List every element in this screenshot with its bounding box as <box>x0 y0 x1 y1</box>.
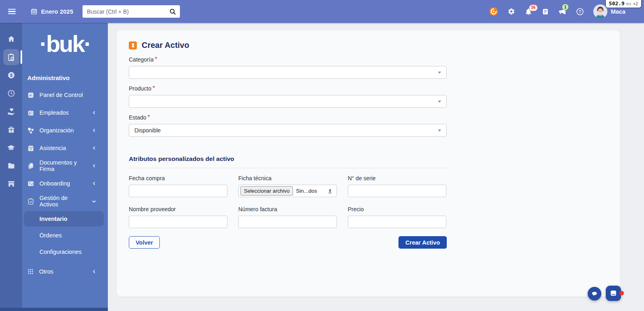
field-fecha-compra: Fecha compra <box>129 175 227 197</box>
profiler-time: 502.9 <box>609 0 625 6</box>
field-categoria: Categoría* <box>129 56 447 79</box>
notifications-count-badge: 36 <box>529 4 538 11</box>
messenger-notification-dot <box>619 291 624 295</box>
asset-form: Categoría* Producto* Estado* <box>129 56 447 249</box>
back-button[interactable]: Volver <box>129 236 160 249</box>
profiler-unit: ms <box>626 1 632 6</box>
field-numero-factura: Número factura <box>238 206 337 228</box>
sidebar-subitem-label: Órdenes <box>39 232 62 239</box>
required-marker: * <box>153 85 155 92</box>
sidebar-item-label: Onboarding <box>39 180 87 187</box>
topbar-actions: 36 1 ? Maca <box>489 4 625 19</box>
field-label: Ficha técnica <box>238 175 271 181</box>
producto-select[interactable] <box>129 95 447 108</box>
dollar-icon[interactable]: $ <box>3 67 19 83</box>
field-nombre-proveedor: Nombre proveedor <box>129 206 227 228</box>
field-label: Precio <box>348 206 364 212</box>
file-status-text: Sin...dos <box>296 188 317 194</box>
sidebar-item-label: Organización <box>39 127 87 134</box>
field-label: N° de serie <box>348 175 376 181</box>
form-actions: Volver Crear Activo <box>129 236 447 249</box>
svg-text:?: ? <box>579 9 581 14</box>
select-value: Disponible <box>134 127 161 134</box>
field-label: Producto <box>129 85 151 92</box>
chevron-left-icon <box>92 128 97 133</box>
announcements-count-badge: 1 <box>562 4 569 10</box>
sidebar-item-label: Asistencia <box>39 145 87 151</box>
sidebar-item-gestion-de-activos[interactable]: Gestión de Activos <box>22 192 108 210</box>
messenger-button[interactable] <box>606 286 621 301</box>
sidebar-nav: Panel de Control Empleados Organización <box>22 86 108 280</box>
field-producto: Producto* <box>129 85 447 108</box>
categoria-select[interactable] <box>129 66 447 79</box>
sidebar-item-panel-de-control[interactable]: Panel de Control <box>22 86 108 104</box>
divider <box>129 168 447 168</box>
search-input[interactable] <box>87 8 169 15</box>
sidebar-item-label: Gestión de Activos <box>39 195 86 208</box>
field-label: Número factura <box>238 206 277 212</box>
sidebar-item-empleados[interactable]: Empleados <box>22 104 108 122</box>
home-icon[interactable] <box>3 31 19 47</box>
numero-serie-input[interactable] <box>348 185 446 197</box>
sidebar-item-onboarding[interactable]: Onboarding <box>22 175 108 192</box>
sidebar-item-otros[interactable]: Otros <box>22 263 108 280</box>
sidebar-subitem-label: Inventario <box>39 216 67 222</box>
custom-attributes-title: Atributos personalizados del activo <box>129 155 447 163</box>
field-precio: Precio <box>348 206 446 228</box>
sidebar-subitem-label: Configuraciones <box>39 249 82 255</box>
estado-select[interactable]: Disponible <box>129 124 447 137</box>
profiler-badge[interactable]: 502.9 ms ×2 <box>605 0 642 8</box>
gear-icon[interactable] <box>508 8 515 15</box>
changelog-icon[interactable] <box>542 8 549 15</box>
sidebar-item-organizacion[interactable]: Organización <box>22 122 108 139</box>
onboarding-icon <box>27 180 34 187</box>
notifications-bell-icon[interactable]: 36 <box>524 8 533 16</box>
upload-icon[interactable] <box>327 188 333 194</box>
sidebar-item-label: Panel de Control <box>39 92 97 98</box>
storefront-icon[interactable] <box>3 176 19 192</box>
sidebar-subitem-configuraciones[interactable]: Configuraciones <box>24 244 104 260</box>
sidebar-item-label: Empleados <box>39 109 87 116</box>
choose-file-button[interactable]: Seleccionar archivo <box>240 186 293 196</box>
period-selector[interactable]: Enero 2025 <box>31 8 73 15</box>
chevron-left-icon <box>92 163 97 168</box>
global-search <box>83 5 180 18</box>
precio-input[interactable] <box>348 216 446 228</box>
numero-factura-input[interactable] <box>238 216 337 228</box>
clock-icon[interactable] <box>3 85 19 101</box>
sidebar-item-documentos-y-firma[interactable]: Documentos y Firma <box>22 157 108 175</box>
sidebar-subitem-ordenes[interactable]: Órdenes <box>24 228 104 243</box>
create-asset-card: Crear Activo Categoría* Producto* <box>117 30 620 297</box>
period-label: Enero 2025 <box>41 8 73 15</box>
sidebar-subitem-inventario[interactable]: Inventario <box>24 211 104 227</box>
top-navbar: Enero 2025 36 1 ? <box>0 0 644 23</box>
sidebar-item-asistencia[interactable]: Asistencia <box>22 139 108 157</box>
clipboard-check-icon <box>27 198 34 205</box>
chevron-left-icon <box>92 110 97 115</box>
custom-attributes-grid: Fecha compra Ficha técnica Seleccionar a… <box>129 175 447 228</box>
rewards-swirl-icon[interactable] <box>489 7 498 16</box>
ficha-tecnica-file-input[interactable]: Seleccionar archivo Sin...dos <box>238 185 337 197</box>
clipboard-clock-icon[interactable] <box>3 49 19 65</box>
megaphone-icon[interactable]: 1 <box>558 7 567 16</box>
nombre-proveedor-input[interactable] <box>129 216 227 228</box>
folder-icon[interactable] <box>3 158 19 174</box>
hamburger-menu-icon[interactable] <box>8 7 16 16</box>
grid-dots-icon <box>27 268 34 275</box>
fecha-compra-input[interactable] <box>129 185 227 197</box>
graduation-cap-icon[interactable] <box>3 140 19 156</box>
search-icon[interactable] <box>169 8 176 15</box>
sidebar-item-label: Otros <box>39 268 87 275</box>
asset-orange-icon <box>129 41 137 49</box>
field-label: Estado <box>129 114 147 121</box>
module-rail: $ <box>0 23 22 311</box>
hand-heart-icon[interactable] <box>3 103 19 119</box>
help-icon[interactable]: ? <box>576 8 584 16</box>
dashboard-icon <box>27 92 34 99</box>
chevron-down-icon <box>91 199 97 204</box>
caret-down-icon <box>438 130 441 132</box>
create-asset-button[interactable]: Crear Activo <box>398 236 447 249</box>
chevron-left-icon <box>92 181 97 186</box>
gift-icon[interactable] <box>3 122 19 138</box>
feedback-chat-button[interactable] <box>588 287 601 301</box>
